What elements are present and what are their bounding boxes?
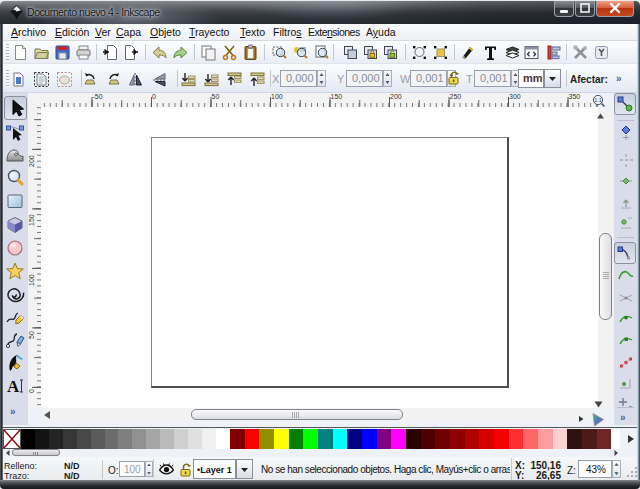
svg-text:1:1: 1:1: [594, 97, 602, 103]
svg-text:A: A: [7, 377, 20, 396]
